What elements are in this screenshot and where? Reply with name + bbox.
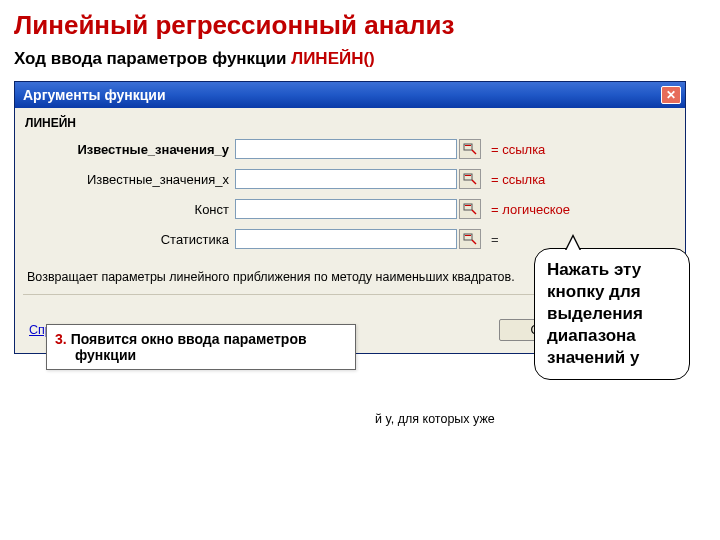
svg-rect-5 bbox=[465, 205, 471, 206]
arg-label: Известные_значения_y bbox=[25, 142, 235, 157]
arguments-area: Известные_значения_y = ссылка Известные_… bbox=[15, 134, 685, 260]
arg-result: = логическое bbox=[481, 202, 675, 217]
callout-text-line2: функции bbox=[55, 347, 136, 363]
svg-rect-6 bbox=[464, 234, 472, 240]
close-icon: ✕ bbox=[666, 88, 676, 102]
range-select-button[interactable] bbox=[459, 199, 481, 219]
subtitle-prefix: Ход ввода параметров функции bbox=[14, 49, 291, 68]
svg-rect-7 bbox=[465, 235, 471, 236]
arg-input-const[interactable] bbox=[235, 199, 457, 219]
dialog-titlebar[interactable]: Аргументы функции ✕ bbox=[15, 82, 685, 108]
range-select-button[interactable] bbox=[459, 139, 481, 159]
range-select-button[interactable] bbox=[459, 229, 481, 249]
range-select-icon bbox=[463, 203, 477, 215]
svg-rect-1 bbox=[465, 145, 471, 146]
range-select-icon bbox=[463, 143, 477, 155]
arg-input-known-x[interactable] bbox=[235, 169, 457, 189]
arg-label: Конст bbox=[25, 202, 235, 217]
callout-number: 3. bbox=[55, 331, 71, 347]
arg-row-known-x: Известные_значения_x = ссылка bbox=[25, 164, 675, 194]
function-name-label: ЛИНЕЙН bbox=[15, 108, 685, 134]
arg-input-stats[interactable] bbox=[235, 229, 457, 249]
svg-rect-0 bbox=[464, 144, 472, 150]
arg-label: Известные_значения_x bbox=[25, 172, 235, 187]
page-subtitle: Ход ввода параметров функции ЛИНЕЙН() bbox=[0, 45, 720, 81]
dialog-title: Аргументы функции bbox=[23, 87, 166, 103]
arg-row-known-y: Известные_значения_y = ссылка bbox=[25, 134, 675, 164]
arg-result: = ссылка bbox=[481, 172, 675, 187]
callout-text-line1: Появится окно ввода параметров bbox=[71, 331, 307, 347]
page-title: Линейный регрессионный анализ bbox=[0, 0, 720, 45]
arg-label: Статистика bbox=[25, 232, 235, 247]
range-select-icon bbox=[463, 173, 477, 185]
svg-rect-4 bbox=[464, 204, 472, 210]
svg-rect-3 bbox=[465, 175, 471, 176]
arg-result: = ссылка bbox=[481, 142, 675, 157]
range-select-icon bbox=[463, 233, 477, 245]
callout-step-3: 3.Появится окно ввода параметров функции bbox=[46, 324, 356, 370]
arg-help-text-partial: й y, для которых уже bbox=[375, 412, 595, 426]
arg-row-const: Конст = логическое bbox=[25, 194, 675, 224]
close-button[interactable]: ✕ bbox=[661, 86, 681, 104]
svg-rect-2 bbox=[464, 174, 472, 180]
arg-input-known-y[interactable] bbox=[235, 139, 457, 159]
range-select-button[interactable] bbox=[459, 169, 481, 189]
subtitle-function-name: ЛИНЕЙН() bbox=[291, 49, 375, 68]
speech-bubble: Нажать эту кнопку для выделения диапазон… bbox=[534, 248, 690, 380]
